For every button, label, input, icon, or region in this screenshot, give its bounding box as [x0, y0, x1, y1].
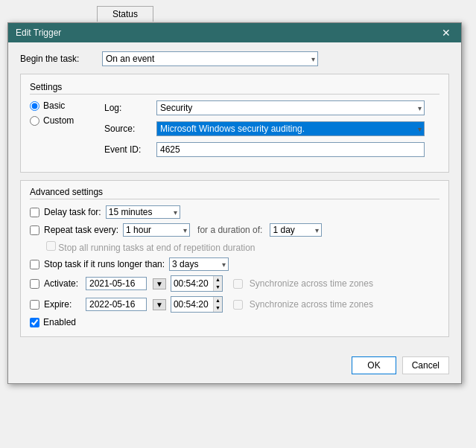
begin-task-label: Begin the task:: [20, 54, 102, 64]
ok-button[interactable]: OK: [352, 356, 396, 374]
expire-time-input[interactable]: [171, 298, 213, 310]
stop-longer-checkbox[interactable]: [30, 260, 39, 269]
event-id-input[interactable]: [156, 142, 425, 157]
duration-select[interactable]: 1 day: [270, 223, 322, 237]
stop-running-checkbox[interactable]: [46, 241, 56, 251]
expire-date-input[interactable]: [86, 298, 147, 311]
repeat-select-wrapper: 1 hour: [123, 223, 190, 237]
expire-time-up[interactable]: ▲: [214, 297, 222, 304]
activate-date-input[interactable]: [86, 277, 147, 290]
duration-select-wrapper: 1 day: [270, 223, 322, 237]
stop-running-row: Stop all running tasks at end of repetit…: [46, 241, 439, 253]
expire-sync-label: Synchronize across time zones: [250, 299, 373, 310]
enabled-row: Enabled: [30, 317, 439, 327]
custom-radio-row: Custom: [30, 115, 89, 126]
dialog-title: Edit Trigger: [16, 28, 61, 38]
repeat-task-row: Repeat task every: 1 hour for a duration…: [30, 223, 439, 237]
delay-task-select[interactable]: 15 minutes: [106, 205, 180, 219]
log-select[interactable]: Security: [156, 100, 425, 115]
expire-time-wrap: ▲ ▼: [171, 296, 223, 313]
activate-checkbox[interactable]: [30, 279, 39, 289]
expire-time-spinner: ▲ ▼: [213, 297, 222, 312]
expire-time-down[interactable]: ▼: [214, 304, 222, 312]
advanced-label: Advanced settings: [30, 187, 439, 199]
stop-longer-row: Stop task if it runs longer than: 3 days: [30, 257, 439, 271]
settings-label: Settings: [30, 82, 439, 95]
expire-sync-checkbox[interactable]: [233, 300, 243, 310]
enabled-label: Enabled: [43, 317, 76, 327]
basic-radio[interactable]: [30, 101, 39, 111]
activate-time-down[interactable]: ▼: [214, 284, 222, 291]
radio-group: Basic Custom: [30, 100, 89, 126]
settings-content: Basic Custom Log: Security: [30, 100, 439, 163]
repeat-task-label: Repeat task every:: [44, 225, 118, 235]
settings-fields: Log: Security Source: Microsoft Windows …: [104, 100, 439, 163]
begin-task-select[interactable]: On an event: [102, 51, 318, 66]
custom-radio[interactable]: [30, 116, 39, 126]
edit-trigger-dialog: Edit Trigger ✕ Begin the task: On an eve…: [7, 22, 462, 384]
activate-sync-label: Synchronize across time zones: [250, 278, 373, 289]
advanced-settings-section: Advanced settings Delay task for: 15 min…: [20, 180, 449, 337]
activate-label: Activate:: [44, 278, 81, 289]
activate-time-input[interactable]: [171, 278, 213, 289]
begin-task-row: Begin the task: On an event: [20, 51, 449, 66]
activate-sync-checkbox[interactable]: [233, 279, 243, 289]
dialog-footer: OK Cancel: [8, 352, 461, 383]
expire-label: Expire:: [44, 299, 81, 310]
expire-calendar-button[interactable]: ▼: [153, 299, 166, 310]
source-label: Source:: [104, 124, 156, 134]
activate-time-up[interactable]: ▲: [214, 276, 222, 284]
repeat-task-checkbox[interactable]: [30, 225, 39, 235]
custom-radio-label: Custom: [43, 115, 74, 126]
repeat-task-select[interactable]: 1 hour: [123, 223, 190, 237]
event-id-field-row: Event ID:: [104, 142, 439, 157]
delay-task-label: Delay task for:: [44, 207, 101, 217]
event-id-label: Event ID:: [104, 144, 156, 155]
log-label: Log:: [104, 103, 156, 113]
log-field-row: Log: Security: [104, 100, 439, 115]
basic-radio-label: Basic: [43, 100, 65, 111]
stop-longer-select-wrapper: 3 days: [169, 257, 229, 271]
basic-radio-row: Basic: [30, 100, 89, 111]
begin-task-select-wrapper: On an event: [102, 51, 318, 66]
stop-longer-label: Stop task if it runs longer than:: [44, 259, 165, 269]
source-select[interactable]: Microsoft Windows security auditing.: [156, 121, 425, 136]
stop-running-label: Stop all running tasks at end of repetit…: [58, 243, 255, 253]
log-select-wrapper: Security: [156, 100, 425, 115]
activate-time-spinner: ▲ ▼: [213, 276, 222, 291]
delay-task-row: Delay task for: 15 minutes: [30, 205, 439, 219]
enabled-checkbox[interactable]: [30, 318, 39, 327]
activate-time-wrap: ▲ ▼: [171, 275, 223, 292]
delay-task-checkbox[interactable]: [30, 208, 39, 217]
delay-select-wrapper: 15 minutes: [106, 205, 180, 219]
source-field-row: Source: Microsoft Windows security audit…: [104, 121, 439, 136]
source-select-wrapper: Microsoft Windows security auditing.: [156, 121, 425, 136]
cancel-button[interactable]: Cancel: [402, 356, 449, 374]
stop-longer-select[interactable]: 3 days: [169, 257, 229, 271]
activate-calendar-button[interactable]: ▼: [153, 278, 166, 289]
settings-section: Settings Basic Custom Log:: [20, 74, 449, 173]
activate-row: Activate: ▼ ▲ ▼ Synchronize across time …: [30, 275, 439, 292]
status-tab[interactable]: Status: [97, 6, 153, 22]
dialog-close-button[interactable]: ✕: [439, 28, 454, 38]
for-duration-label: for a duration of:: [197, 225, 262, 235]
dialog-titlebar: Edit Trigger ✕: [8, 23, 461, 42]
dialog-body: Begin the task: On an event Settings Bas…: [8, 42, 461, 352]
expire-row: Expire: ▼ ▲ ▼ Synchronize across time zo…: [30, 296, 439, 313]
expire-checkbox[interactable]: [30, 300, 39, 310]
